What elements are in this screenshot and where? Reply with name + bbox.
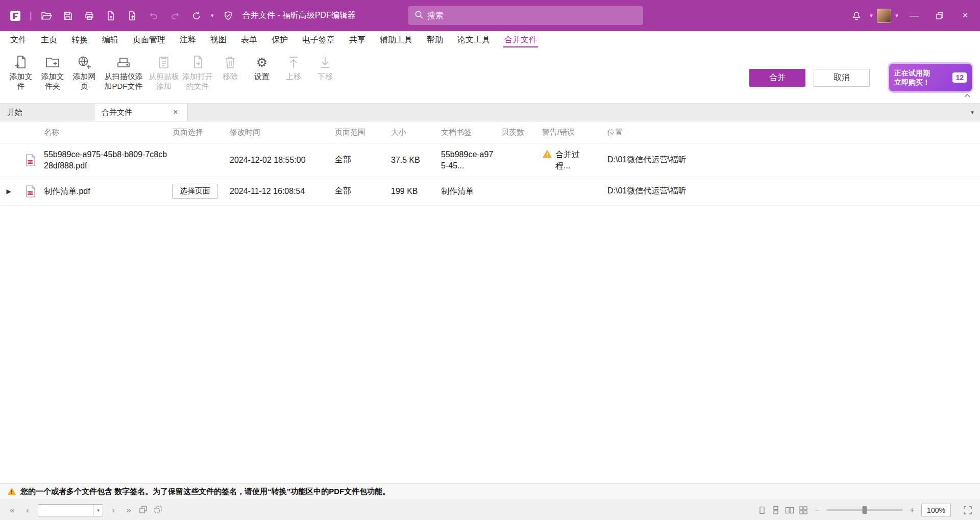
table-row[interactable]: PDF 55b989ce-a975-45b8-b809-7c8cb28df888… — [0, 143, 980, 177]
last-page-icon[interactable]: » — [124, 505, 134, 515]
doc-tab-start-label: 开始 — [7, 108, 22, 117]
zoom-level-box[interactable]: 100% — [921, 504, 951, 516]
page-range: 全部 — [335, 152, 391, 168]
hand-tool-dropdown-icon[interactable]: ▾ — [209, 12, 216, 19]
add-file-icon — [14, 55, 28, 70]
redo-icon[interactable] — [166, 7, 184, 25]
tab-view[interactable]: 视图 — [203, 31, 234, 48]
tab-paper-tools[interactable]: 论文工具 — [450, 31, 497, 48]
cancel-button[interactable]: 取消 — [814, 69, 870, 87]
account-dropdown-icon[interactable]: ▾ — [893, 12, 900, 19]
search-box[interactable] — [408, 6, 643, 25]
ribbon-actions: 合并 取消 正在试用期 立即购买！ 12 — [749, 51, 972, 91]
open-folder-icon[interactable] — [37, 7, 56, 25]
notifications-dropdown-icon[interactable]: ▾ — [868, 12, 875, 19]
zoom-slider-thumb[interactable] — [863, 506, 867, 514]
fullscreen-icon[interactable] — [963, 505, 973, 515]
page-number-input[interactable] — [38, 506, 93, 514]
previous-page-icon[interactable]: ‹ — [22, 505, 33, 515]
merge-button[interactable]: 合并 — [749, 69, 805, 87]
remove-button[interactable]: 移除 — [214, 51, 246, 83]
add-webpage-button[interactable]: 添加网页 — [68, 51, 100, 93]
export-document-icon[interactable] — [123, 7, 141, 25]
zoom-in-icon[interactable]: + — [908, 506, 917, 515]
header-page-select[interactable]: 页面选择 — [173, 125, 230, 140]
shield-check-icon[interactable] — [219, 7, 237, 25]
page-number-dropdown-icon[interactable]: ▾ — [93, 505, 103, 516]
move-down-button[interactable]: 下移 — [309, 51, 341, 83]
add-open-files-button[interactable]: 添加打开的文件 — [181, 51, 214, 93]
add-file-button[interactable]: 添加文件 — [5, 51, 37, 93]
trial-purchase-banner[interactable]: 正在试用期 立即购买！ 12 — [889, 64, 972, 91]
tab-protect[interactable]: 保护 — [264, 31, 295, 48]
trial-days-badge: 12 — [952, 72, 967, 83]
select-pages-button[interactable]: 选择页面 — [173, 184, 217, 199]
hand-tool-icon[interactable] — [187, 7, 206, 25]
zoom-out-icon[interactable]: − — [813, 506, 822, 515]
tab-home[interactable]: 主页 — [34, 31, 64, 48]
tab-page-manage[interactable]: 页面管理 — [126, 31, 173, 48]
tab-file[interactable]: 文件 — [3, 31, 34, 48]
collapse-ribbon-chevron-icon[interactable] — [962, 91, 973, 100]
header-bookmarks[interactable]: 文档书签 — [441, 125, 501, 140]
tab-accessibility[interactable]: 辅助工具 — [373, 31, 420, 48]
tab-list-dropdown-icon[interactable]: ▼ — [965, 104, 980, 121]
single-page-view-icon[interactable] — [757, 506, 767, 515]
page-number-box: ▾ — [38, 504, 103, 516]
file-size: 199 KB — [391, 184, 441, 199]
next-page-icon[interactable]: › — [108, 505, 118, 515]
restore-window-button[interactable] — [928, 6, 951, 26]
header-bates[interactable]: 贝茨数 — [501, 125, 542, 140]
doc-tab-merge-files[interactable]: 合并文件 × — [94, 104, 188, 121]
doc-tab-start[interactable]: 开始 — [0, 104, 94, 121]
move-down-icon — [318, 55, 332, 70]
tab-share[interactable]: 共享 — [342, 31, 373, 48]
undo-icon[interactable] — [144, 7, 163, 25]
zoom-slider[interactable] — [826, 506, 903, 514]
tab-merge-files[interactable]: 合并文件 — [497, 31, 544, 48]
copy-page-icon[interactable] — [154, 505, 163, 515]
first-page-icon[interactable]: « — [7, 505, 17, 515]
expand-row-icon[interactable]: ▶ — [0, 188, 17, 195]
move-up-button[interactable]: 上移 — [278, 51, 309, 83]
add-from-scanner-button[interactable]: 从扫描仪添加PDF文件 — [100, 51, 147, 93]
header-size[interactable]: 大小 — [391, 125, 441, 140]
header-warnings[interactable]: 警告/错误 — [542, 125, 607, 140]
file-location: D:\01微信代运营\福昕 — [607, 152, 980, 168]
tab-esign[interactable]: 电子签章 — [295, 31, 342, 48]
settings-button[interactable]: ⚙ 设置 — [246, 51, 278, 83]
add-from-clipboard-button[interactable]: 从剪贴板添加 — [147, 51, 181, 93]
add-folder-button[interactable]: 添加文件夹 — [37, 51, 68, 93]
tab-comment[interactable]: 注释 — [173, 31, 203, 48]
save-icon[interactable] — [59, 7, 77, 25]
close-window-button[interactable]: × — [953, 6, 977, 26]
print-icon[interactable] — [80, 7, 99, 25]
file-name: 55b989ce-a975-45b8-b809-7c8cb28df888.pdf — [44, 146, 173, 175]
continuous-view-icon[interactable] — [771, 506, 780, 515]
tab-form[interactable]: 表单 — [234, 31, 264, 48]
table-row[interactable]: ▶ PDF 制作清单.pdf 选择页面 2024-11-12 16:08:54 … — [0, 177, 980, 206]
search-input[interactable] — [427, 11, 637, 20]
warning-triangle-icon — [7, 487, 16, 497]
snapshot-icon[interactable] — [139, 505, 149, 515]
tab-convert[interactable]: 转换 — [64, 31, 95, 48]
bates-number — [501, 157, 542, 163]
user-avatar[interactable] — [877, 9, 891, 23]
move-up-label: 上移 — [286, 71, 301, 81]
header-modified[interactable]: 修改时间 — [230, 125, 335, 140]
warning-cell[interactable]: 合并过程... — [542, 146, 607, 175]
facing-view-icon[interactable] — [785, 506, 794, 515]
minimize-button[interactable]: — — [902, 6, 926, 26]
header-location[interactable]: 位置 — [607, 125, 980, 140]
foxit-logo-icon[interactable] — [6, 7, 24, 25]
tab-help[interactable]: 帮助 — [420, 31, 450, 48]
header-page-range[interactable]: 页面范围 — [335, 125, 391, 140]
remove-label: 移除 — [223, 71, 238, 81]
mail-document-icon[interactable] — [102, 7, 120, 25]
signature-warning-text: 您的一个或者多个文件包含 数字签名。为了保留这些文件的签名，请使用“转换”功能区… — [20, 487, 390, 497]
notifications-bell-icon[interactable] — [847, 7, 866, 25]
tab-edit[interactable]: 编辑 — [95, 31, 126, 48]
header-name[interactable]: 名称 — [44, 125, 173, 140]
four-page-view-icon[interactable] — [799, 506, 808, 515]
tab-close-icon[interactable]: × — [171, 108, 180, 117]
